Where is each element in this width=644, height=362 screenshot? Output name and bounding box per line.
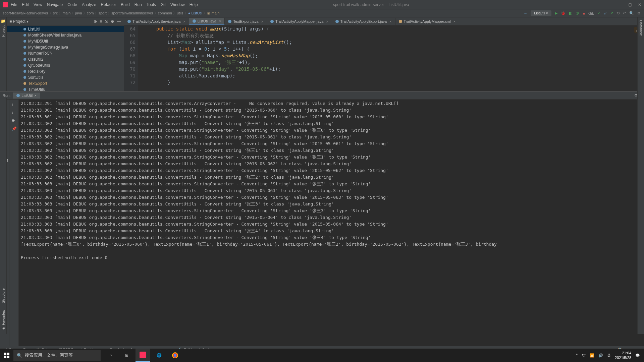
- close-tab-icon[interactable]: ×: [261, 19, 263, 23]
- breadcrumb-item[interactable]: sporttrailwalkadminserver: [111, 11, 153, 15]
- tree-item[interactable]: QrCodeUtils: [7, 62, 124, 68]
- editor-tab[interactable]: TrailActivityApplyService.java×: [124, 18, 189, 25]
- debug-icon[interactable]: 🐞: [561, 11, 566, 15]
- notifications-icon[interactable]: 💬: [635, 353, 640, 358]
- coverage-icon[interactable]: ◧: [569, 11, 572, 15]
- project-tree[interactable]: ListUtilMonthSheetWriteHandler.javaMyMD5…: [7, 25, 124, 91]
- close-tab-icon[interactable]: ×: [326, 19, 328, 23]
- git-commit-icon[interactable]: ✓: [597, 11, 600, 15]
- expand-all-icon[interactable]: ≡: [100, 19, 102, 24]
- task-view-icon[interactable]: ⊞: [119, 349, 134, 362]
- menu-navigate[interactable]: Navigate: [47, 2, 63, 7]
- app-edge[interactable]: 🌐: [152, 349, 166, 362]
- structure-tool[interactable]: Structure: [1, 288, 5, 303]
- git-revert-icon[interactable]: ↶: [623, 11, 626, 15]
- menu-edit[interactable]: Edit: [22, 2, 29, 7]
- editor-tab[interactable]: TrailActivityApplyMapper.java×: [267, 18, 332, 25]
- pin-icon[interactable]: 📌: [12, 126, 16, 131]
- close-tab-icon[interactable]: ×: [34, 94, 36, 98]
- editor-tab[interactable]: TrailActivityApplyExport.java×: [332, 18, 395, 25]
- project-tool-label[interactable]: Project: [1, 25, 5, 37]
- gear-icon[interactable]: ⚙: [111, 19, 114, 24]
- file-type-icon: [228, 20, 231, 23]
- breadcrumb-item[interactable]: com: [87, 11, 94, 15]
- security-icon[interactable]: 🛡: [582, 353, 586, 357]
- cortana-icon[interactable]: ○: [103, 349, 118, 362]
- volume-icon[interactable]: 🔊: [598, 353, 603, 358]
- console-output[interactable]: 21:03:33.291 [main] DEBUG org.apache.com…: [19, 100, 644, 346]
- settings-icon[interactable]: ⚙: [637, 11, 641, 15]
- project-dropdown[interactable]: ■ Project ▾: [9, 19, 29, 24]
- menu-code[interactable]: Code: [67, 2, 77, 7]
- app-chrome[interactable]: [168, 349, 182, 362]
- svg-rect-0: [4, 353, 6, 355]
- close-tab-icon[interactable]: ×: [219, 19, 221, 23]
- tray-chevron-icon[interactable]: ˄: [576, 353, 578, 358]
- git-update-icon[interactable]: ↙: [604, 11, 607, 15]
- start-button[interactable]: [0, 349, 13, 362]
- up-icon[interactable]: ↑: [12, 102, 16, 107]
- close-tab-icon[interactable]: ×: [389, 19, 391, 23]
- tree-item[interactable]: NumberToCN: [7, 50, 124, 56]
- tree-item[interactable]: OssUtil2: [7, 56, 124, 62]
- tree-item[interactable]: MonthSheetWriteHandler.java: [7, 32, 124, 38]
- database-tool[interactable]: Database: [639, 20, 643, 36]
- close-tab-icon[interactable]: ×: [183, 19, 185, 23]
- tree-item[interactable]: SortUtils: [7, 74, 124, 80]
- filter-icon[interactable]: ⚞: [12, 118, 16, 123]
- menu-refactor[interactable]: Refactor: [101, 2, 116, 7]
- git-push-icon[interactable]: ↗: [610, 11, 613, 15]
- stop-icon[interactable]: ■: [583, 11, 585, 15]
- svg-rect-2: [4, 356, 6, 358]
- down-icon[interactable]: ↓: [12, 110, 16, 115]
- search-everywhere-icon[interactable]: 🔍: [629, 11, 634, 15]
- search-icon: 🔍: [17, 353, 22, 358]
- breadcrumb-item[interactable]: main: [63, 11, 71, 15]
- breadcrumb-file[interactable]: ● ListUtil: [188, 11, 203, 15]
- tree-item[interactable]: ListUtil: [7, 26, 124, 32]
- select-opened-icon[interactable]: ⊕: [94, 19, 97, 24]
- profile-icon[interactable]: ⏱: [576, 11, 579, 15]
- editor-code[interactable]: public static void main(String[] args) {…: [138, 25, 637, 91]
- taskbar-search[interactable]: 🔍 搜索应用、文件、网页等: [13, 350, 101, 361]
- wifi-icon[interactable]: 📶: [590, 353, 594, 358]
- breadcrumb-item[interactable]: src: [53, 11, 58, 15]
- tree-item[interactable]: MyMergeStrategy.java: [7, 44, 124, 50]
- run-icon[interactable]: ▶: [555, 11, 557, 15]
- ime-indicator[interactable]: 英: [607, 353, 611, 358]
- breadcrumb-item[interactable]: utils: [177, 11, 183, 15]
- run-config-selector[interactable]: ListUtil ▾: [531, 10, 551, 16]
- breadcrumb-item[interactable]: sport-trailwalk-admin-server: [3, 11, 48, 15]
- minimize-icon[interactable]: —: [618, 2, 622, 7]
- windows-taskbar: 🔍 搜索应用、文件、网页等 ○ ⊞ 🌐 ˄ 🛡 📶 🔊 英 21:04 2021…: [0, 349, 644, 362]
- hide-panel-icon[interactable]: —: [117, 19, 121, 24]
- right-tool-stripe: Database: [637, 17, 644, 334]
- tree-item[interactable]: TimeUtils: [7, 86, 124, 91]
- editor-tab[interactable]: TextExport.java×: [225, 18, 267, 25]
- tree-item[interactable]: RedisKey: [7, 68, 124, 74]
- run-tab[interactable]: ListUtil ×: [13, 93, 40, 99]
- close-icon[interactable]: ✕: [638, 2, 641, 7]
- breadcrumb-method[interactable]: ◉ main: [207, 11, 219, 15]
- project-tool-icon[interactable]: 📁: [1, 19, 6, 23]
- app-intellij[interactable]: [136, 349, 150, 362]
- breadcrumb-item[interactable]: common: [158, 11, 172, 15]
- menu-file[interactable]: File: [11, 2, 17, 7]
- git-history-icon[interactable]: ⟲: [616, 11, 620, 15]
- nav-back-icon[interactable]: ←: [524, 11, 527, 15]
- breadcrumb-item[interactable]: java: [75, 11, 82, 15]
- maximize-icon[interactable]: ▢: [628, 2, 632, 7]
- editor-tab[interactable]: TrailActivityApplyMapper.xml×: [395, 18, 460, 25]
- close-tab-icon[interactable]: ×: [453, 19, 455, 23]
- tree-item[interactable]: MyMD5Util: [7, 38, 124, 44]
- file-type-icon: [127, 20, 131, 23]
- clock[interactable]: 21:04 2021/5/28: [615, 351, 631, 360]
- menu-view[interactable]: View: [34, 2, 42, 7]
- collapse-all-icon[interactable]: ⇲: [105, 19, 108, 24]
- breadcrumb-item[interactable]: sport: [99, 11, 107, 15]
- editor-tab[interactable]: ListUtil.java×: [189, 18, 225, 25]
- favorites-tool[interactable]: ★ Favorites: [1, 310, 5, 330]
- run-panel: Run: ListUtil × ⚙ — ▶ ⟳ ■ ⊞ ↓ 🖶 ↩ ⌫ ↑ ↓ …: [0, 91, 644, 346]
- tree-item[interactable]: TextExport: [7, 80, 124, 86]
- menu-analyze[interactable]: Analyze: [82, 2, 96, 7]
